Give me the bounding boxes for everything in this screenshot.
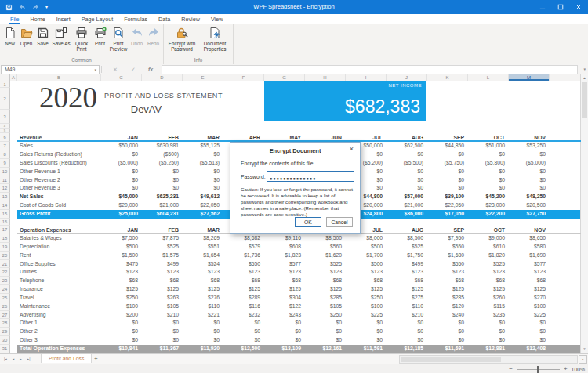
cell[interactable]: [10, 142, 17, 150]
row-header[interactable]: 27: [0, 311, 10, 320]
formula-bar-expand-icon[interactable]: ▾: [583, 64, 586, 74]
cell[interactable]: $0: [387, 336, 427, 345]
statement-title-cell[interactable]: PROFIT AND LOSS STATEMENT: [104, 92, 223, 100]
row-label[interactable]: Other 1: [17, 319, 101, 328]
cell[interactable]: $115: [468, 302, 509, 311]
cell[interactable]: $123: [305, 268, 346, 277]
row-label[interactable]: Advertising: [17, 311, 101, 320]
cell[interactable]: $123: [223, 268, 264, 277]
cell[interactable]: $1,575: [142, 252, 183, 260]
cell[interactable]: $0: [427, 319, 468, 328]
cell[interactable]: $8,650: [509, 234, 550, 243]
tab-view[interactable]: View: [205, 14, 228, 24]
cell[interactable]: $210: [142, 311, 183, 320]
minimize-button[interactable]: [539, 4, 546, 10]
cell[interactable]: $110: [183, 302, 223, 311]
cell[interactable]: [10, 226, 17, 234]
column-header-k[interactable]: K: [427, 74, 468, 81]
cell[interactable]: $240: [427, 311, 468, 320]
row-header[interactable]: 29: [0, 328, 10, 336]
cell[interactable]: $525: [305, 260, 346, 269]
cell[interactable]: $0: [142, 328, 183, 336]
cell[interactable]: $221: [183, 311, 223, 320]
row-header[interactable]: 10: [0, 168, 10, 176]
row-label[interactable]: Sales Discounts (Reduction): [17, 159, 101, 168]
cell[interactable]: $0: [183, 336, 223, 345]
cell[interactable]: [10, 210, 17, 219]
horizontal-scrollbar[interactable]: [399, 355, 578, 364]
cell[interactable]: $36,000: [387, 210, 427, 219]
cell[interactable]: $68: [101, 277, 142, 285]
cell[interactable]: [550, 328, 581, 336]
cell[interactable]: $475: [101, 260, 142, 269]
cell[interactable]: $122: [264, 302, 305, 311]
cell[interactable]: $105: [142, 302, 183, 311]
cell[interactable]: $105: [305, 302, 346, 311]
cell[interactable]: $604,231: [142, 210, 183, 219]
cell[interactable]: $0: [142, 168, 183, 176]
row-header[interactable]: 15: [0, 210, 10, 219]
cell[interactable]: $524: [183, 260, 223, 269]
cell[interactable]: $45,200: [468, 193, 509, 201]
cell[interactable]: $125: [101, 285, 142, 294]
cell[interactable]: $68: [305, 277, 346, 285]
cell[interactable]: $10,841: [101, 345, 142, 353]
cell[interactable]: [10, 201, 17, 210]
cell[interactable]: $0: [305, 336, 346, 345]
row-header[interactable]: 25: [0, 294, 10, 302]
cell[interactable]: $44,850: [427, 142, 468, 150]
cell[interactable]: [10, 277, 17, 285]
cell[interactable]: $116: [223, 302, 264, 311]
cell[interactable]: [10, 193, 17, 201]
row-header[interactable]: 31: [0, 345, 10, 353]
cell[interactable]: $0: [346, 336, 387, 345]
cell[interactable]: $0: [427, 150, 468, 159]
cell[interactable]: $577: [509, 260, 550, 269]
tab-formulas[interactable]: Formulas: [118, 14, 153, 24]
zoom-slider[interactable]: [517, 369, 560, 370]
cell[interactable]: [550, 319, 581, 328]
cell[interactable]: $1,654: [183, 252, 223, 260]
cell[interactable]: [10, 302, 17, 311]
cell[interactable]: [10, 150, 17, 159]
row-label[interactable]: Telephone: [17, 277, 101, 285]
cell[interactable]: $9,116: [264, 234, 305, 243]
cell[interactable]: $7,950: [427, 234, 468, 243]
cell[interactable]: $27,562: [183, 210, 223, 219]
cell[interactable]: $0: [387, 176, 427, 185]
cell[interactable]: $260: [468, 294, 509, 302]
cell[interactable]: $525: [468, 260, 509, 269]
cell[interactable]: [550, 336, 581, 345]
cell[interactable]: [550, 243, 581, 252]
cell[interactable]: ($5,000): [509, 159, 550, 168]
cell[interactable]: $250: [346, 294, 387, 302]
cell[interactable]: $110: [387, 302, 427, 311]
close-button[interactable]: [575, 4, 582, 10]
cell[interactable]: $0: [101, 184, 142, 193]
cell[interactable]: $125: [264, 285, 305, 294]
row-header[interactable]: 8: [0, 150, 10, 159]
cell[interactable]: [10, 252, 17, 260]
cell[interactable]: $123: [264, 268, 305, 277]
cell[interactable]: $0: [183, 184, 223, 193]
cell[interactable]: $250: [101, 294, 142, 302]
zoom-out-button[interactable]: −: [509, 364, 513, 373]
cell[interactable]: $50,000: [101, 142, 142, 150]
print-button[interactable]: Print: [92, 25, 108, 46]
cell[interactable]: $270: [509, 294, 550, 302]
cell[interactable]: $0: [509, 176, 550, 185]
cell[interactable]: $20,500: [509, 201, 550, 210]
row-header[interactable]: 22: [0, 268, 10, 277]
cell[interactable]: $12,161: [305, 345, 346, 353]
cell[interactable]: $125: [142, 285, 183, 294]
zoom-in-button[interactable]: +: [564, 364, 568, 373]
select-all-corner[interactable]: [0, 74, 10, 81]
row-header[interactable]: 21: [0, 260, 10, 269]
print-preview-button[interactable]: Print Preview: [108, 25, 129, 52]
cell[interactable]: $100: [509, 302, 550, 311]
save-as-button[interactable]: Save As: [51, 25, 71, 46]
cell[interactable]: ($500): [142, 150, 183, 159]
cell[interactable]: $285: [427, 294, 468, 302]
cell[interactable]: $17,050: [427, 210, 468, 219]
cell[interactable]: [550, 150, 581, 159]
